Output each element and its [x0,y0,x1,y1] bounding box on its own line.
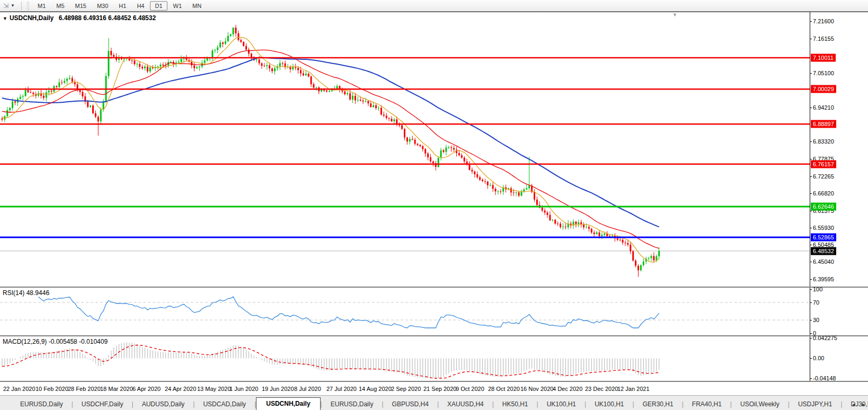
date-tick: 4 Dec 2020 [553,386,582,392]
price-tick: 6.94210 [813,104,834,111]
chart-tab-uk100-h1[interactable]: UK100,H1 [586,398,632,410]
tab-scroll-left-icon[interactable]: ◄ [851,402,856,407]
date-tick: 27 Jul 2020 [326,386,357,392]
chart-title: ▼USDCNH,Daily 6.48988 6.49316 6.48452 6.… [3,14,156,22]
candlestick-canvas[interactable] [0,12,810,287]
price-tick: 7.16155 [813,35,834,42]
price-axis[interactable]: 7.216007.161557.051006.942106.833206.778… [810,12,868,287]
chart-tab-usdcnh-daily[interactable]: USDCNH,Daily [256,397,320,410]
chart-symbol-label: USDCNH,Daily [10,14,54,22]
date-tick: 6 Apr 2020 [132,386,161,392]
date-tick: 12 Jan 2021 [617,386,650,392]
top-toolbar: ⇲ ▼ M1M5M15M30H1H4D1W1MN [0,0,868,12]
chart-tab-bar: EURUSD,Daily|USDCHF,Daily|AUDUSD,Daily|U… [0,395,868,410]
chart-tab-usoil-weekly[interactable]: USOil,Weekly [732,398,788,410]
line-price-badge: 6.62646 [811,203,836,211]
macd-pane: MACD(12,26,9) -0.005458 -0.010409 0.0422… [0,335,868,381]
date-tick: 28 Feb 2020 [68,386,101,392]
chart-tab-gbpusd-h4[interactable]: GBPUSD,H4 [384,398,437,410]
tab-scroll-right-icon[interactable]: ► [861,402,866,407]
chart-scroll-icon: ⇲ [3,3,8,9]
date-tick: 16 Nov 2020 [520,386,553,392]
line-price-badge: 6.76157 [811,160,836,168]
macd-plot[interactable]: MACD(12,26,9) -0.005458 -0.010409 [0,336,810,381]
date-tick: 19 Jun 2020 [262,386,294,392]
timeframe-button-m30[interactable]: M30 [92,1,113,11]
chart-tab-eurusd-daily[interactable]: EURUSD,Daily [12,398,72,410]
price-tick: 6.66820 [813,190,834,197]
date-tick: 13 May 2020 [197,386,231,392]
chart-tab-usdcad-daily[interactable]: USDCAD,Daily [194,398,254,410]
price-tick: 6.83320 [813,138,834,145]
rsi-plot[interactable]: RSI(14) 48.9446 [0,288,810,335]
chart-tab-eurusd-daily[interactable]: EURUSD,Daily [322,398,382,410]
date-tick: 14 Aug 2020 [359,386,392,392]
rsi-pane: RSI(14) 48.9446 10070300 [0,287,868,335]
toolbar-grip[interactable] [27,2,30,10]
chart-tab-audusd-daily[interactable]: AUDUSD,Daily [134,398,193,410]
chart-tab-usdchf-daily[interactable]: USDCHF,Daily [73,398,132,410]
date-tick: 24 Apr 2020 [165,386,196,392]
timeframe-button-d1[interactable]: D1 [150,1,167,11]
date-tick: 23 Dec 2020 [585,386,618,392]
price-tick: 6.45040 [813,259,834,265]
macd-axis[interactable]: 0.0422750.00-0.04148 [810,336,868,381]
chart-tab-uk100-h1[interactable]: UK100,H1 [538,398,584,410]
tab-scroll-controls: ◄► [851,402,866,407]
chart-ohlc-values: 6.48988 6.49316 6.48452 6.48532 [59,14,156,22]
timeframe-button-m1[interactable]: M1 [33,1,50,11]
line-price-badge: 6.88897 [811,120,836,128]
rsi-label: RSI(14) 48.9446 [3,289,49,297]
date-tick: 21 Sep 2020 [423,386,456,392]
date-tick: 28 Oct 2020 [488,386,520,392]
rsi-tick: 100 [813,286,822,292]
chart-tab-hk50-h1[interactable]: HK50,H1 [494,398,537,410]
line-price-badge: 7.10011 [811,54,836,61]
chart-menu-caret-icon[interactable]: ▼ [3,16,7,21]
date-tick: 1 Jun 2020 [229,386,258,392]
price-tick: 6.39595 [813,276,834,282]
rsi-tick: 70 [813,299,819,306]
timeframe-button-mn[interactable]: MN [188,1,206,11]
current-price-badge: 6.48532 [811,247,836,255]
dropdown-caret-icon: ▼ [11,3,15,8]
toolbar-separator [21,2,22,10]
date-tick: 18 Mar 2020 [100,386,133,392]
date-tick: 2 Sep 2020 [391,386,421,392]
chart-tab-fra40-h1[interactable]: FRA40,H1 [684,398,730,410]
price-tick: 7.21600 [813,18,834,24]
line-price-badge: 6.52865 [811,234,836,242]
timeframe-button-h1[interactable]: H1 [114,1,131,11]
macd-canvas[interactable] [0,336,810,381]
timeframe-button-m15[interactable]: M15 [70,1,91,11]
date-tick: 8 Jul 2020 [294,386,321,392]
rsi-canvas[interactable] [0,288,810,335]
chart-workspace: ▼USDCNH,Daily 6.48988 6.49316 6.48452 6.… [0,12,868,410]
chart-tab-usdjpy-h1[interactable]: USDJPY,H1 [790,398,840,410]
price-plot[interactable]: ▼USDCNH,Daily 6.48988 6.49316 6.48452 6.… [0,12,810,287]
chart-tools-button[interactable]: ⇲ ▼ [0,0,18,11]
timeframe-button-m5[interactable]: M5 [51,1,69,11]
rsi-tick: 30 [813,317,819,323]
date-tick: 9 Oct 2020 [456,386,484,392]
chart-shift-marker-icon[interactable]: ▼ [672,12,677,17]
timeframe-button-h4[interactable]: H4 [132,1,149,11]
timeframe-button-w1[interactable]: W1 [169,1,187,11]
line-price-badge: 7.00029 [811,85,836,93]
time-axis[interactable]: 22 Jan 202010 Feb 202028 Feb 202018 Mar … [0,381,868,395]
price-tick: 6.55930 [813,225,834,231]
date-tick: 10 Feb 2020 [36,386,68,392]
chart-tab-xauusd-h4[interactable]: XAUUSD,H4 [439,398,492,410]
macd-tick: 0.042275 [813,335,837,341]
price-pane: ▼USDCNH,Daily 6.48988 6.49316 6.48452 6.… [0,12,868,287]
chart-tab-ger30-h1[interactable]: GER30,H1 [634,398,682,410]
rsi-axis[interactable]: 10070300 [810,288,868,335]
macd-label: MACD(12,26,9) -0.005458 -0.010409 [3,338,108,345]
price-tick: 6.72265 [813,173,834,180]
timeframe-button-group: M1M5M15M30H1H4D1W1MN [32,1,207,11]
price-tick: 7.05100 [813,70,834,76]
date-tick: 22 Jan 2020 [3,386,36,392]
macd-tick: 0.00 [813,355,824,361]
